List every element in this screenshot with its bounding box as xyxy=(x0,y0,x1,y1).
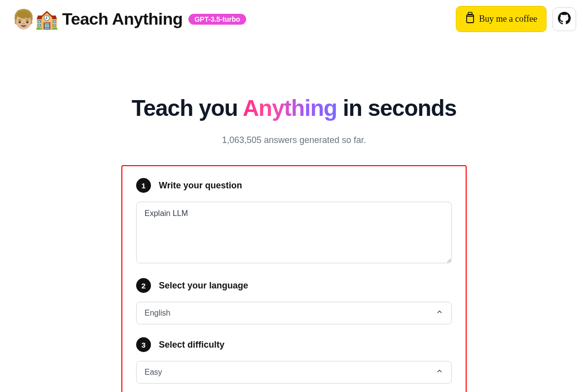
header-right: Buy me a coffee xyxy=(456,6,576,32)
logo-emoji: 👦🏼🏫 xyxy=(12,10,58,29)
step-3-header: 3 Select difficulty xyxy=(136,337,452,352)
hero-heading: Teach you Anything in seconds xyxy=(0,95,588,121)
header-left: 👦🏼🏫 Teach Anything GPT-3.5-turbo xyxy=(12,9,246,29)
hero-prefix: Teach you xyxy=(132,95,243,121)
buy-me-coffee-label: Buy me a coffee xyxy=(479,14,537,24)
buy-me-coffee-button[interactable]: Buy me a coffee xyxy=(456,6,547,32)
hero-highlight: Anything xyxy=(243,95,337,121)
step-2-label: Select your language xyxy=(159,281,248,291)
difficulty-value: Easy xyxy=(145,368,162,377)
difficulty-select[interactable]: Easy xyxy=(136,361,452,384)
step-3-number: 3 xyxy=(136,337,151,352)
hero-suffix: in seconds xyxy=(337,95,456,121)
language-select[interactable]: English xyxy=(136,302,452,324)
step-1-number: 1 xyxy=(136,178,151,193)
logo-text: Teach Anything xyxy=(62,9,183,29)
chevron-up-icon xyxy=(436,308,443,318)
step-1-label: Write your question xyxy=(159,180,242,191)
github-icon xyxy=(558,12,571,27)
answers-count: 1,063,505 answers generated so far. xyxy=(0,135,588,145)
chevron-up-icon xyxy=(436,367,443,377)
language-value: English xyxy=(145,309,170,318)
form-card: 1 Write your question 2 Select your lang… xyxy=(121,165,467,392)
hero-section: Teach you Anything in seconds 1,063,505 … xyxy=(0,95,588,145)
github-button[interactable] xyxy=(552,7,576,31)
step-2-header: 2 Select your language xyxy=(136,278,452,293)
step-2-number: 2 xyxy=(136,278,151,293)
coffee-cup-icon xyxy=(465,11,475,27)
step-1-header: 1 Write your question xyxy=(136,178,452,193)
model-badge: GPT-3.5-turbo xyxy=(188,14,246,25)
question-input[interactable] xyxy=(136,202,452,263)
site-header: 👦🏼🏫 Teach Anything GPT-3.5-turbo Buy me … xyxy=(0,0,588,38)
svg-rect-1 xyxy=(468,12,472,14)
step-3-label: Select difficulty xyxy=(159,340,224,350)
